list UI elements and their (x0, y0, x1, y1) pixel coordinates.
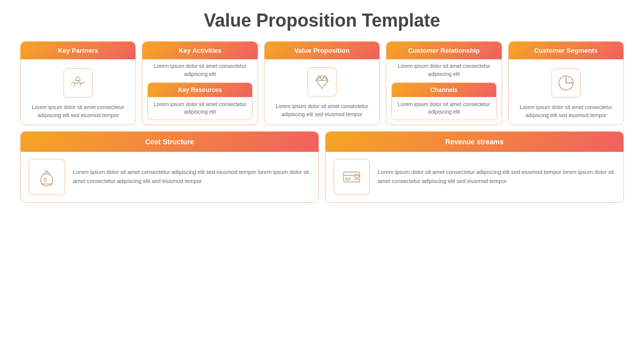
card-key-partners: Key Partners Lorem ipsum dolor sit amet … (20, 41, 136, 125)
card-text-customer-relationship: Lorem ipsum dolor sit amet consectetur a… (391, 62, 496, 78)
card-cost-structure: Cost Structure $ Lorem ipsum dolor sit a… (20, 131, 319, 203)
sub-card-header-key-resources: Key Resources (148, 83, 252, 97)
card-header-cost-structure: Cost Structure (21, 132, 318, 152)
card-text-value-proposition: Lorem ipsum dolor sit amet consectetur a… (270, 103, 374, 119)
card-text-customer-segments: Lorem ipsum dolor sit amet consectetur a… (514, 104, 618, 120)
card-body-value-proposition: Lorem ipsum dolor sit amet consectetur a… (265, 59, 379, 123)
svg-rect-14 (346, 178, 350, 180)
card-body-key-activities: Lorem ipsum dolor sit amet consectetur a… (142, 59, 257, 123)
sub-card-text-channels: Lorem ipsum dolor sit amet consectetur a… (392, 97, 496, 120)
card-customer-relationship: Customer Relationship Lorem ipsum dolor … (386, 41, 502, 125)
card-value-proposition: Value Proposition Lorem ipsum dolor sit … (264, 41, 380, 125)
card-body-customer-segments: Lorem ipsum dolor sit amet consectetur a… (509, 59, 623, 125)
card-key-activities: Key Activities Lorem ipsum dolor sit ame… (142, 41, 258, 125)
svg-point-15 (355, 174, 359, 178)
card-text-key-partners: Lorem ipsum dolor sit amet consectetur a… (26, 104, 130, 120)
card-header-revenue-streams: Revenue streams (326, 132, 623, 152)
pie-chart-icon (557, 74, 575, 92)
sub-card-text-key-resources: Lorem ipsum dolor sit amet consectetur a… (148, 97, 252, 120)
icon-box-customer-segments (551, 68, 581, 98)
money-bag-icon: $ (36, 166, 58, 188)
card-text-key-activities: Lorem ipsum dolor sit amet consectetur a… (147, 62, 252, 78)
card-header-key-activities: Key Activities (142, 42, 257, 59)
card-body-revenue-streams: Lorem ipsum dolor sit amet consectetur a… (326, 152, 623, 202)
card-header-customer-relationship: Customer Relationship (386, 42, 501, 59)
svg-text:$: $ (44, 177, 47, 183)
diamond-icon (313, 73, 331, 91)
card-header-value-proposition: Value Proposition (265, 42, 379, 59)
icon-box-key-partners (63, 68, 93, 98)
icon-box-cost-structure: $ (29, 159, 65, 195)
card-body-cost-structure: $ Lorem ipsum dolor sit amet consectetur… (21, 152, 318, 202)
sub-card-key-resources: Key Resources Lorem ipsum dolor sit amet… (147, 82, 252, 121)
sub-card-channels: Channels Lorem ipsum dolor sit amet cons… (391, 82, 496, 121)
icon-box-revenue-streams (334, 159, 370, 195)
handshake-icon (69, 74, 87, 92)
card-revenue-streams: Revenue streams Lorem ipsum dolor sit am… (325, 131, 624, 203)
card-header-customer-segments: Customer Segments (509, 42, 623, 59)
card-header-key-partners: Key Partners (21, 42, 135, 59)
svg-rect-12 (344, 172, 360, 182)
page-title: Value Proposition Template (204, 10, 440, 31)
top-grid: Key Partners Lorem ipsum dolor sit amet … (20, 41, 624, 125)
icon-box-value-proposition (307, 67, 337, 97)
card-customer-segments: Customer Segments Lorem ipsum dolor sit … (508, 41, 624, 125)
card-body-key-partners: Lorem ipsum dolor sit amet consectetur a… (21, 59, 135, 125)
bottom-grid: Cost Structure $ Lorem ipsum dolor sit a… (20, 131, 624, 203)
card-text-cost-structure: Lorem ipsum dolor sit amet consectetur a… (73, 168, 310, 186)
payment-icon (341, 166, 363, 188)
card-text-revenue-streams: Lorem ipsum dolor sit amet consectetur a… (378, 168, 615, 186)
card-body-customer-relationship: Lorem ipsum dolor sit amet consectetur a… (386, 59, 501, 123)
sub-card-header-channels: Channels (392, 83, 496, 97)
